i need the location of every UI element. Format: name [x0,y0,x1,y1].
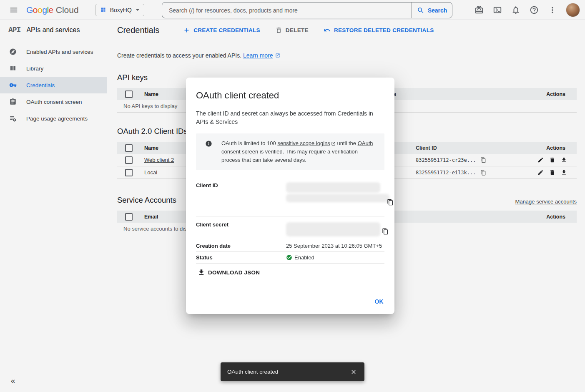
client-secret-label: Client secret [196,221,286,228]
info-banner: OAuth is limited to 100 sensitive scope … [196,133,384,170]
info-banner-text: OAuth is limited to 100 sensitive scope … [221,139,378,164]
ok-button[interactable]: OK [371,295,387,308]
copy-icon [387,199,394,206]
download-json-button[interactable]: DOWNLOAD JSON [198,269,260,276]
redacted-client-secret [286,222,380,236]
sensitive-scope-logins-link[interactable]: sensitive scope logins [277,140,335,146]
client-id-row: Client ID [196,177,384,216]
redacted-client-id [286,182,380,193]
scope-logins-label: sensitive scope logins [277,140,330,146]
status-text: Enabled [294,254,314,261]
oauth-client-created-dialog: OAuth client created The client ID and s… [186,78,394,314]
dialog-title: OAuth client created [196,90,384,101]
download-icon [198,269,205,276]
client-id-label: Client ID [196,182,286,188]
creation-date-label: Creation date [196,243,286,249]
client-secret-row: Client secret [196,216,384,240]
dialog-description: The client ID and secret can always be a… [196,109,384,126]
status-row: Status Enabled [196,251,384,264]
download-json-label: DOWNLOAD JSON [208,269,260,276]
client-secret-value [286,221,384,236]
redacted-client-id [286,194,389,202]
info-icon [205,140,212,164]
copy-client-id-button[interactable] [387,199,394,206]
info-text-pre: OAuth is limited to 100 [221,140,277,146]
copy-icon [382,228,389,235]
copy-client-secret-button[interactable] [382,228,389,235]
close-icon [350,369,357,375]
creation-date-row: Creation date 25 September 2023 at 10:26… [196,240,384,251]
creation-date-value: 25 September 2023 at 10:26:05 GMT+5 [286,243,384,249]
status-value: Enabled [286,254,384,261]
info-text-mid: until the [336,140,358,146]
check-circle-icon [286,254,292,261]
toast-message: OAuth client created [227,369,346,375]
client-id-value [286,182,389,202]
dialog-fields: Client ID Client secret Creation date 25… [196,177,384,264]
external-link-icon [331,141,336,146]
toast-snackbar: OAuth client created [221,362,364,381]
toast-close-button[interactable] [346,364,361,379]
status-label: Status [196,254,286,261]
